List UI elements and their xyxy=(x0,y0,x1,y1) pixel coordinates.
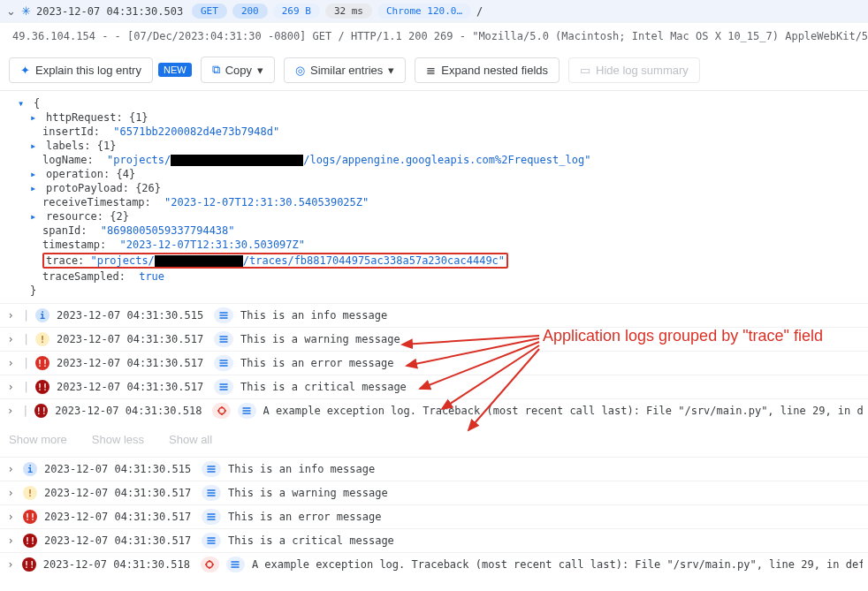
log-message: This is a warning message xyxy=(228,487,388,499)
json-value[interactable]: "projects//traces/fb8817044975ac338a57a2… xyxy=(91,254,505,267)
explain-button[interactable]: ✦ Explain this log entry xyxy=(9,57,153,83)
size-pill[interactable]: 269 B xyxy=(273,4,320,19)
severity-critical-icon: !! xyxy=(35,380,49,394)
json-key[interactable]: operation: {4} xyxy=(46,168,135,180)
chevron-down-icon: ▾ xyxy=(257,64,263,77)
expand-button[interactable]: ≣ Expand nested fields xyxy=(415,57,560,83)
json-value[interactable]: "projects//logs/appengine.googleapis.com… xyxy=(107,154,590,166)
chevron-right-icon[interactable]: ▸ xyxy=(30,210,42,223)
trace-icon[interactable] xyxy=(202,509,221,525)
log-toolbar: ✦ Explain this log entry NEW ⧉ Copy ▾ ◎ … xyxy=(0,49,868,91)
http-method-pill[interactable]: GET xyxy=(192,4,227,19)
json-key[interactable]: insertId: xyxy=(42,125,100,138)
json-key[interactable]: httpRequest: {1} xyxy=(46,111,148,124)
trace-icon[interactable] xyxy=(238,403,256,419)
redacted-text xyxy=(155,255,243,267)
latency-pill[interactable]: 32 ms xyxy=(325,4,372,19)
log-message: This is a warning message xyxy=(240,333,400,345)
chevron-right-icon[interactable]: ▸ xyxy=(30,168,42,180)
severity-error-icon: !! xyxy=(35,356,49,370)
show-more-button[interactable]: Show more xyxy=(9,433,67,446)
http-status-pill[interactable]: 200 xyxy=(232,4,268,19)
trace-icon[interactable] xyxy=(214,307,233,323)
chevron-right-icon[interactable]: › xyxy=(5,463,16,475)
ua-pill[interactable]: Chrome 120.0… xyxy=(377,4,471,19)
chevron-right-icon[interactable]: ▸ xyxy=(30,111,42,124)
json-value[interactable]: true xyxy=(139,270,164,283)
group-bar: | xyxy=(22,405,27,417)
show-all-button[interactable]: Show all xyxy=(169,433,212,446)
timestamp: 2023-12-07 04:31:30.515 xyxy=(44,463,194,475)
log-message: A example exception log. Traceback (most… xyxy=(263,405,863,417)
json-key[interactable]: traceSampled: xyxy=(42,270,126,283)
chevron-down-icon[interactable]: ⌄ xyxy=(5,4,16,18)
timestamp: 2023-12-07 04:31:30.515 xyxy=(57,309,207,322)
chevron-right-icon[interactable]: ▸ xyxy=(30,182,42,194)
chevron-right-icon[interactable]: › xyxy=(5,487,16,499)
log-message: A example exception log. Traceback (most… xyxy=(252,558,863,571)
chevron-right-icon[interactable]: › xyxy=(5,558,15,571)
json-value[interactable]: "6571bb2200082d4e73b7948d" xyxy=(113,125,279,138)
chevron-right-icon[interactable]: › xyxy=(5,357,16,369)
trace-icon[interactable] xyxy=(214,379,233,395)
json-key[interactable]: trace: xyxy=(46,254,84,267)
severity-critical-icon: !! xyxy=(34,404,48,418)
chevron-right-icon[interactable]: › xyxy=(5,534,16,547)
log-group: › i 2023-12-07 04:31:30.515 This is an i… xyxy=(0,457,868,576)
trace-icon[interactable] xyxy=(202,461,221,477)
explain-label: Explain this log entry xyxy=(35,64,141,77)
timestamp: 2023-12-07 04:31:30.517 xyxy=(57,357,207,369)
log-message: This is an info message xyxy=(228,463,375,475)
copy-button[interactable]: ⧉ Copy ▾ xyxy=(201,57,275,83)
chevron-right-icon[interactable]: › xyxy=(5,511,16,523)
chevron-right-icon[interactable]: › xyxy=(5,333,16,345)
timestamp: 2023-12-07 04:31:30.518 xyxy=(55,405,205,417)
trace-icon[interactable] xyxy=(214,331,233,347)
timestamp: 2023-12-07 04:31:30.517 xyxy=(44,511,194,523)
timestamp: 2023-12-07 04:31:30.517 xyxy=(44,534,194,547)
log-summary-row[interactable]: ⌄ ✳ 2023-12-07 04:31:30.503 GET 200 269 … xyxy=(0,0,868,23)
log-line[interactable]: › | !! 2023-12-07 04:31:30.518 A example… xyxy=(0,398,868,422)
svg-point-5 xyxy=(207,562,213,568)
log-line[interactable]: › | !! 2023-12-07 04:31:30.517 This is a… xyxy=(0,351,868,375)
similar-button[interactable]: ◎ Similar entries ▾ xyxy=(284,57,406,83)
error-report-icon[interactable] xyxy=(212,403,231,419)
json-key[interactable]: labels: {1} xyxy=(46,140,116,152)
annotation-text: Application logs grouped by "trace" fiel… xyxy=(543,327,823,345)
json-value[interactable]: "2023-12-07T12:31:30.540539025Z" xyxy=(164,196,369,208)
show-less-button[interactable]: Show less xyxy=(92,433,144,446)
json-key[interactable]: resource: {2} xyxy=(46,210,129,223)
error-report-icon[interactable] xyxy=(201,557,219,572)
log-line[interactable]: › !! 2023-12-07 04:31:30.518 A example e… xyxy=(0,552,868,576)
json-value[interactable]: "2023-12-07T12:31:30.503097Z" xyxy=(119,239,305,251)
json-key[interactable]: spanId: xyxy=(42,224,88,237)
json-key[interactable]: protoPayload: {26} xyxy=(46,182,161,194)
chevron-right-icon[interactable]: › xyxy=(5,381,16,393)
hide-label: Hide log summary xyxy=(596,64,689,77)
chevron-right-icon[interactable]: ▸ xyxy=(30,140,42,152)
trace-icon[interactable] xyxy=(226,557,245,572)
chevron-right-icon[interactable]: › xyxy=(5,309,16,322)
json-key[interactable]: logName: xyxy=(42,154,94,166)
json-key[interactable]: timestamp: xyxy=(42,239,106,251)
hide-icon: ▭ xyxy=(580,64,590,77)
trace-highlight: trace: "projects//traces/fb8817044975ac3… xyxy=(42,253,508,269)
log-line[interactable]: › | i 2023-12-07 04:31:30.515 This is an… xyxy=(0,303,868,327)
expand-label: Expand nested fields xyxy=(441,64,548,77)
log-line[interactable]: › !! 2023-12-07 04:31:30.517 This is a c… xyxy=(0,528,868,552)
json-key[interactable]: receiveTimestamp: xyxy=(42,196,151,208)
chevron-down-icon[interactable]: ▾ xyxy=(18,97,30,110)
trace-icon[interactable] xyxy=(214,355,233,371)
group-bar: | xyxy=(23,357,28,369)
chevron-right-icon[interactable]: › xyxy=(5,405,15,417)
trace-icon[interactable] xyxy=(202,533,221,549)
expand-icon: ≣ xyxy=(426,64,436,77)
log-message: This is a critical message xyxy=(240,381,407,393)
log-line[interactable]: › i 2023-12-07 04:31:30.515 This is an i… xyxy=(0,457,868,481)
log-line[interactable]: › ! 2023-12-07 04:31:30.517 This is a wa… xyxy=(0,481,868,504)
trace-icon[interactable] xyxy=(202,485,221,501)
log-line[interactable]: › | !! 2023-12-07 04:31:30.517 This is a… xyxy=(0,375,868,398)
log-line[interactable]: › !! 2023-12-07 04:31:30.517 This is an … xyxy=(0,504,868,528)
new-badge: NEW xyxy=(158,63,192,77)
json-value[interactable]: "8698005059337794438" xyxy=(101,224,235,237)
